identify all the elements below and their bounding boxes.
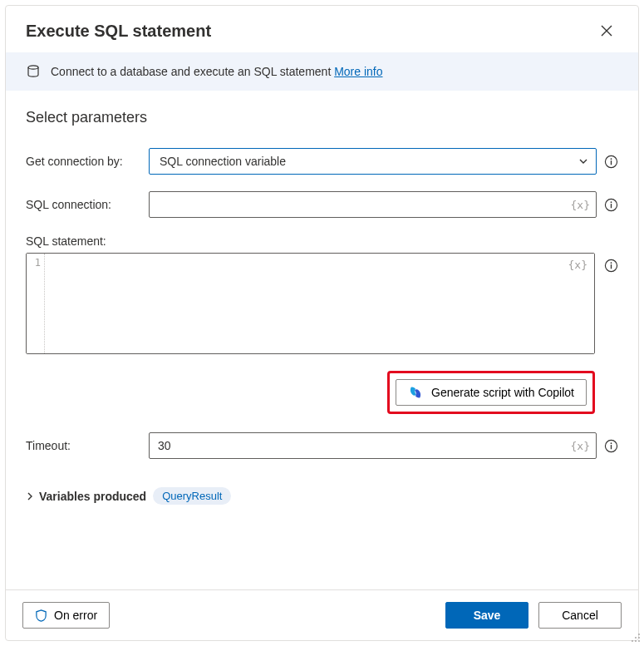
get-connection-by-label: Get connection by: bbox=[26, 155, 142, 168]
sql-statement-textarea[interactable] bbox=[45, 254, 594, 353]
svg-point-18 bbox=[638, 640, 640, 642]
section-title: Select parameters bbox=[26, 109, 618, 126]
dialog-footer: On error Save Cancel bbox=[6, 589, 638, 640]
info-icon[interactable] bbox=[603, 197, 618, 212]
resize-grip-icon[interactable] bbox=[631, 633, 641, 643]
sql-statement-label: SQL statement: bbox=[26, 234, 142, 248]
sql-connection-label: SQL connection: bbox=[26, 198, 142, 211]
execute-sql-dialog: Execute SQL statement Connect to a datab… bbox=[5, 5, 639, 641]
svg-point-0 bbox=[28, 66, 38, 69]
sql-connection-input[interactable] bbox=[149, 191, 597, 218]
variables-produced-row: Variables produced QueryResult bbox=[26, 487, 618, 505]
svg-point-5 bbox=[610, 201, 612, 203]
sql-statement-editor[interactable]: 1 {x} bbox=[26, 253, 595, 354]
dialog-content: Select parameters Get connection by: SQL… bbox=[6, 91, 638, 589]
close-button[interactable] bbox=[595, 19, 618, 42]
info-icon[interactable] bbox=[603, 154, 618, 169]
svg-point-8 bbox=[610, 262, 612, 264]
svg-point-13 bbox=[638, 634, 640, 635]
info-banner-text: Connect to a database and execute an SQL… bbox=[51, 65, 383, 78]
copilot-icon bbox=[408, 385, 423, 400]
code-gutter: 1 bbox=[27, 254, 45, 353]
svg-point-17 bbox=[635, 640, 637, 642]
svg-point-15 bbox=[638, 637, 640, 639]
dialog-header: Execute SQL statement bbox=[6, 6, 638, 52]
svg-point-2 bbox=[610, 158, 612, 160]
save-button[interactable]: Save bbox=[445, 602, 528, 629]
chevron-right-icon bbox=[26, 492, 34, 501]
info-icon[interactable] bbox=[603, 258, 618, 273]
svg-rect-3 bbox=[610, 160, 611, 165]
on-error-button[interactable]: On error bbox=[22, 602, 110, 629]
svg-rect-12 bbox=[610, 445, 611, 449]
more-info-link[interactable]: More info bbox=[334, 65, 382, 78]
variables-produced-toggle[interactable]: Variables produced bbox=[26, 490, 146, 503]
generate-script-copilot-button[interactable]: Generate script with Copilot bbox=[396, 379, 587, 406]
get-connection-by-select[interactable]: SQL connection variable bbox=[149, 148, 597, 175]
info-icon[interactable] bbox=[603, 438, 618, 453]
database-icon bbox=[26, 64, 41, 79]
svg-rect-6 bbox=[610, 204, 611, 208]
timeout-input[interactable] bbox=[149, 432, 597, 459]
cancel-button[interactable]: Cancel bbox=[538, 602, 622, 629]
shield-icon bbox=[35, 609, 47, 622]
svg-point-14 bbox=[635, 637, 637, 639]
copilot-row: Generate script with Copilot bbox=[26, 371, 618, 414]
variable-hint-icon: {x} bbox=[568, 259, 587, 271]
svg-point-11 bbox=[610, 442, 612, 444]
sql-connection-row: SQL connection: {x} bbox=[26, 191, 618, 218]
close-icon bbox=[601, 25, 612, 37]
dialog-title: Execute SQL statement bbox=[26, 22, 211, 41]
svg-point-16 bbox=[632, 640, 633, 642]
copilot-highlight: Generate script with Copilot bbox=[387, 371, 595, 414]
timeout-label: Timeout: bbox=[26, 439, 142, 452]
timeout-row: Timeout: {x} bbox=[26, 432, 618, 459]
variable-pill-queryresult[interactable]: QueryResult bbox=[153, 487, 231, 505]
sql-statement-field: SQL statement: 1 {x} bbox=[26, 234, 618, 354]
get-connection-by-row: Get connection by: SQL connection variab… bbox=[26, 148, 618, 175]
info-banner: Connect to a database and execute an SQL… bbox=[6, 52, 638, 91]
svg-rect-9 bbox=[610, 264, 611, 269]
